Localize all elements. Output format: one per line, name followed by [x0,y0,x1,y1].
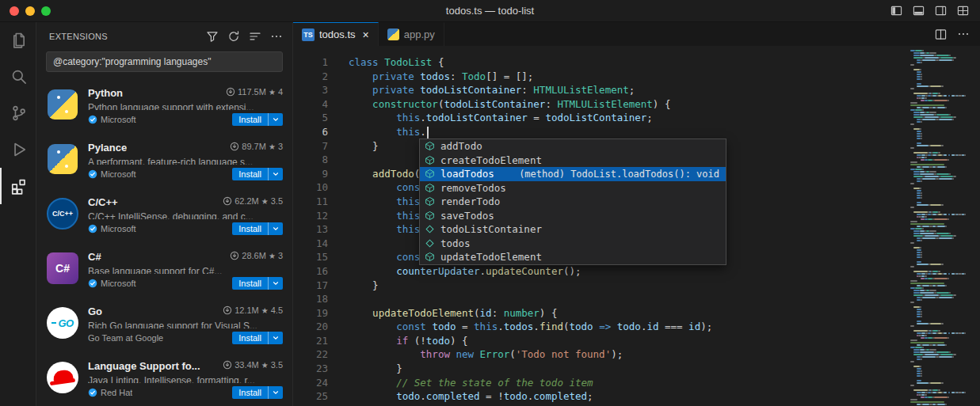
close-window-button[interactable] [10,6,19,16]
line-number: 10 [293,180,349,195]
code-line[interactable]: 19 updateTodoElement(id: number) { [293,306,905,321]
symbol-method-icon [425,196,436,207]
install-button[interactable]: Install [232,113,283,126]
activity-item-explorer[interactable] [0,22,36,59]
install-button[interactable]: Install [232,277,283,290]
redhat-logo-icon [47,362,78,393]
code-line[interactable]: 24 // Set the state of the todo item [293,376,905,390]
extension-footer-row: Go Team at GoogleInstall [88,332,283,344]
suggest-item[interactable]: todos [420,237,726,251]
install-dropdown-button[interactable] [268,386,283,399]
code-line[interactable]: 3 private todoListContainer: HTMLUListEl… [293,83,905,97]
code-line[interactable]: 25 todo.completed = !todo.completed; [293,389,905,404]
code-line[interactable]: 20 const todo = this.todos.find(todo => … [293,320,905,334]
install-button[interactable]: Install [232,168,283,180]
extension-footer-row: MicrosoftInstall [88,168,283,180]
activity-item-run-debug[interactable] [0,131,36,168]
maximize-window-button[interactable] [41,6,51,16]
code-line[interactable]: 21 if (!todo) { [293,334,905,348]
more-icon[interactable] [270,30,283,43]
code-line[interactable]: 4 constructor(todoListContainer: HTMLULi… [293,97,905,112]
suggest-item[interactable]: renderTodo [420,195,726,209]
tab-label: todos.ts [319,28,356,40]
extension-name: C# [88,251,101,263]
extension-stats: 117.5M★4 [221,87,283,97]
extension-item[interactable]: C#C#28.6M★3Base language support for C#.… [36,243,292,298]
minimize-window-button[interactable] [25,6,35,16]
extension-item[interactable]: GOGo12.1M★4.5Rich Go language support fo… [36,298,292,352]
code-line[interactable]: 2 private todos: Todo[] = []; [293,70,905,84]
activity-bar [0,22,36,406]
suggest-label: loadTodos [440,168,494,180]
panel-right-icon[interactable] [935,5,947,17]
suggest-item[interactable]: updateTodoElement [420,250,726,264]
download-count: 33.4M [235,360,259,370]
clear-icon[interactable] [249,30,261,43]
line-number: 14 [293,237,349,251]
extension-item[interactable]: Python117.5M★4Python language support wi… [36,79,292,134]
extension-title-row: Python117.5M★4 [88,87,283,99]
publisher-name: Microsoft [101,279,136,288]
extension-item[interactable]: Pylance89.7M★3A performant, feature-rich… [36,134,292,188]
code-line[interactable]: 1class TodoList { [293,55,905,70]
line-content: } [349,362,905,376]
text-cursor [427,127,429,138]
suggest-item[interactable]: addTodo [420,139,726,154]
install-dropdown-button[interactable] [268,222,283,235]
symbol-method-icon [425,155,436,165]
code-line[interactable]: 6 this. [293,125,905,139]
install-dropdown-button[interactable] [268,277,283,290]
publisher: Microsoft [88,169,136,179]
extension-item[interactable]: Language Support fo...33.4M★3.5Java Lint… [36,352,292,406]
chevron-down-icon [273,171,279,177]
install-label: Install [232,168,268,180]
more-icon[interactable] [957,28,970,40]
code-line[interactable]: 16 counterUpdater.updateCounter(); [293,264,905,279]
install-dropdown-button[interactable] [268,332,283,344]
install-button[interactable]: Install [232,332,283,344]
line-number: 16 [293,264,349,279]
activity-item-source-control[interactable] [0,95,36,131]
tab-close-icon[interactable]: × [363,28,369,41]
extensions-search-input[interactable] [47,56,282,67]
publisher-name: Microsoft [101,115,136,124]
panel-left-icon[interactable] [890,5,902,17]
editor-actions [935,22,980,46]
install-dropdown-button[interactable] [268,113,283,126]
line-number: 19 [293,306,349,321]
code-line[interactable]: 22 throw new Error('Todo not found'); [293,347,905,362]
suggest-item[interactable]: removeTodos [420,181,726,195]
extension-details: Language Support fo...33.4M★3.5Java Lint… [88,360,283,399]
suggest-item[interactable]: loadTodos(method) TodoList.loadTodos(): … [420,167,726,181]
tab-app-py[interactable]: app.py [379,22,444,46]
extension-footer-row: MicrosoftInstall [88,277,283,290]
editor: 1class TodoList {2 private todos: Todo[]… [293,46,980,406]
extension-name: Go [88,305,102,317]
split-editor-icon[interactable] [935,28,947,40]
layout-grid-icon[interactable] [957,5,969,17]
install-button[interactable]: Install [232,222,283,235]
suggest-item[interactable]: createTodoElement [420,154,726,168]
line-number: 4 [293,97,349,112]
code-line[interactable]: 18 [293,292,905,306]
star-icon: ★ [269,252,276,260]
activity-item-extensions[interactable] [0,168,36,204]
install-button[interactable]: Install [232,386,283,399]
extension-details: Python117.5M★4Python language support wi… [88,87,283,126]
activity-item-search[interactable] [0,59,36,95]
extension-item[interactable]: C/C++C/C++62.2M★3.5C/C++ IntelliSense, d… [36,188,292,243]
refresh-icon[interactable] [227,30,240,43]
cloud-download-icon [223,305,232,315]
tab-todos-ts[interactable]: TStodos.ts× [293,22,379,46]
code-line[interactable]: 23 } [293,362,905,376]
code-line[interactable]: 17 } [293,279,905,293]
code-line[interactable]: 5 this.todoListContainer = todoListConta… [293,111,905,125]
install-dropdown-button[interactable] [268,168,283,180]
suggest-item[interactable]: todoListContainer [420,222,726,237]
minimap[interactable] [905,46,980,406]
panel-bottom-icon[interactable] [913,5,925,17]
star-icon: ★ [261,361,269,370]
suggest-item[interactable]: saveTodos [420,209,726,223]
csharp-logo-icon: C# [47,252,78,284]
filter-icon[interactable] [206,30,219,43]
